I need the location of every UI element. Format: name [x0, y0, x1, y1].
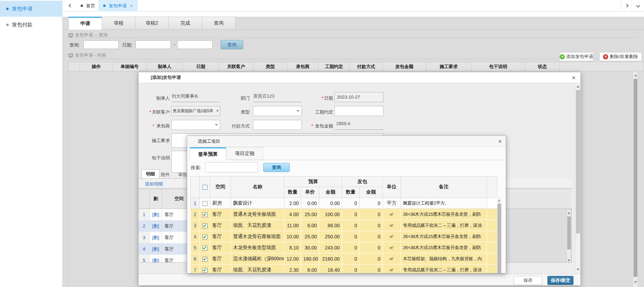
scroll-up-icon[interactable] [568, 212, 570, 214]
delete-link-cell[interactable]: [删] [150, 220, 162, 232]
select-all-header[interactable] [200, 177, 210, 198]
module-tab-0[interactable]: 申请 [68, 17, 102, 30]
row-checkbox[interactable]: ✔ [203, 257, 207, 262]
tab-detail[interactable]: 明细 [141, 169, 159, 179]
picker-grid-scrollbar[interactable] [497, 197, 502, 273]
add-detail-link[interactable]: 添加明细 [145, 181, 163, 187]
tab-quota[interactable]: 项目定额 [226, 147, 263, 160]
fabao-group-header: 发包 [342, 177, 383, 187]
tab-scroll-right-button[interactable] [621, 0, 631, 11]
module-tab-1[interactable]: 审核 [102, 17, 135, 30]
list-column-header[interactable]: 操作 [80, 62, 113, 71]
tab-approval[interactable]: 审批 [178, 172, 187, 178]
row-checkbox[interactable]: ✔ [203, 246, 207, 251]
picker-search-button[interactable]: 查询 [263, 163, 290, 172]
list-column-header[interactable]: 单据编号 [113, 62, 147, 71]
list-column-header[interactable]: 制单人 [147, 62, 183, 71]
picker-row[interactable]: 3✔客厅墙面、天花乳胶漆11.008.0088.0000㎡专用成品腻子批灰二～三… [191, 220, 497, 231]
delete-link-cell[interactable]: [删] [150, 243, 162, 255]
list-column-header[interactable]: 包干说明 [471, 62, 525, 71]
row-checkbox[interactable] [203, 201, 207, 206]
date-field[interactable]: 2023-10-27 [335, 92, 383, 102]
scroll-down-icon[interactable] [568, 260, 570, 262]
picker-row[interactable]: 1厨房飘窗设计2.000.000.0000平方飘窗设计工程量2平方。 [191, 198, 497, 209]
tab-budget[interactable]: 签单预算 [190, 147, 226, 160]
save-button[interactable]: 保存 [514, 276, 542, 285]
sidebar-item-fabao-pay[interactable]: 发包付款 [0, 17, 63, 33]
checkbox-cell[interactable]: ✔ [200, 209, 210, 220]
scrollbar-thumb[interactable] [497, 204, 501, 273]
date-to-input[interactable] [177, 40, 213, 49]
tab-menu-button[interactable] [631, 0, 644, 11]
select-all-checkbox[interactable] [203, 185, 207, 190]
picker-row[interactable]: 4✔客厅普通木龙骨石膏板墙面10.0025.00250.0000㎡26×38木方… [191, 231, 497, 242]
tab-scroll-left-button[interactable] [65, 0, 76, 11]
page-scrollbar[interactable] [633, 72, 637, 287]
checkbox-cell[interactable]: ✔ [200, 253, 210, 264]
checkbox-cell[interactable]: ✔ [200, 231, 210, 242]
list-column-header[interactable]: 关联客户 [219, 62, 254, 71]
delete-batch-button[interactable]: × 删除/批量删除 [599, 52, 642, 61]
duration-input[interactable] [335, 106, 383, 116]
tab-attachment[interactable]: 附件 [161, 172, 170, 178]
picker-row[interactable]: 6✔客厅混水漆储藏柜（深600mm12.00180.002160.0000㎡木芯… [191, 253, 497, 264]
list-column-header[interactable]: 施工要求 [426, 62, 471, 71]
list-column-header[interactable]: 类型 [254, 62, 287, 71]
save-submit-button[interactable]: 保存/提交 [547, 276, 573, 285]
delete-link-cell[interactable]: [删] [150, 255, 162, 263]
picker-close-icon[interactable]: × [498, 138, 502, 145]
scroll-up-icon[interactable] [498, 199, 501, 202]
dialog-close-icon[interactable]: × [572, 74, 576, 81]
module-tab-2[interactable]: 审核2 [135, 17, 169, 30]
add-fabao-apply-button[interactable]: + 添加发包申请 [559, 52, 594, 61]
list-column-header[interactable]: 付款方式 [350, 62, 383, 71]
close-icon[interactable]: × [130, 3, 133, 9]
delete-link-cell[interactable]: [删] [150, 232, 162, 243]
query-input[interactable] [83, 40, 119, 49]
row-checkbox[interactable]: ✔ [203, 268, 207, 273]
row-checkbox[interactable]: ✔ [203, 212, 207, 217]
picker-row[interactable]: 5✔客厅木龙骨夹板造型墙面8.1030.00243.0000㎡26×38木方或1… [191, 242, 497, 253]
checkbox-cell[interactable] [200, 198, 210, 209]
scroll-up-icon[interactable] [634, 74, 637, 76]
checkbox-cell[interactable]: ✔ [200, 242, 210, 253]
picker-row[interactable]: 2✔客厅普通木龙骨夹板墙面4.0025.00100.0000㎡26×38木方或1… [191, 209, 497, 220]
picker-row[interactable]: 7✔客厅墙面、天花乳胶漆2.308.0018.4000㎡专用成品腻子批灰二～三遍… [191, 264, 497, 274]
payment-input[interactable] [253, 120, 302, 130]
module-tab-4[interactable]: 查询 [202, 17, 236, 30]
tab-home[interactable]: 首页 [76, 0, 100, 11]
list-column-header[interactable]: 日期 [183, 62, 219, 71]
dialog-scrollbar[interactable] [575, 83, 580, 274]
sidebar-item-fabao-apply[interactable]: 发包申请 [0, 1, 63, 17]
tab-fabao-apply[interactable]: 发包申请 × [98, 0, 138, 11]
scrollbar-thumb[interactable] [576, 90, 580, 233]
scroll-down-icon[interactable] [634, 281, 637, 283]
picker-grid: 空间 名称 预算 发包 单位 备注 数量 单价 金额 数量 金额 [190, 176, 502, 273]
list-column-header[interactable]: 承包商 [287, 62, 319, 71]
contractor-combobox[interactable] [171, 120, 220, 130]
scrollbar-thumb[interactable] [567, 216, 571, 249]
module-tab-3[interactable]: 完成 [168, 17, 202, 30]
scroll-up-icon[interactable] [577, 85, 579, 88]
detail-grid-scrollbar[interactable] [567, 210, 571, 263]
list-column-header-blank[interactable] [560, 62, 644, 71]
scroll-down-icon[interactable] [577, 269, 579, 271]
list-column-header[interactable]: 状态 [525, 62, 560, 71]
list-column-header[interactable]: 发包金额 [383, 62, 426, 71]
search-button[interactable]: 查询 [221, 40, 243, 49]
row-checkbox[interactable]: ✔ [203, 223, 207, 228]
row-checkbox[interactable]: ✔ [203, 235, 207, 239]
list-column-header[interactable]: 工期约定 [319, 62, 350, 71]
date-from-input[interactable] [135, 40, 171, 49]
type-combobox[interactable] [253, 106, 302, 116]
amount-header: 金额 [319, 187, 342, 198]
customer-combobox[interactable]: 奥克斯国际广场1栋5单 [171, 106, 220, 116]
list-column-header-blank[interactable] [68, 62, 80, 71]
checkbox-cell[interactable]: ✔ [200, 220, 210, 231]
scrollbar-thumb[interactable] [634, 79, 637, 277]
delete-link-cell[interactable]: [删] [150, 209, 162, 220]
checkbox-cell[interactable]: ✔ [200, 264, 210, 274]
button-label: 删除/批量删除 [610, 54, 638, 60]
picker-search-input[interactable] [205, 162, 258, 172]
list-section-title: 发包申请 - 列表 [68, 52, 106, 58]
